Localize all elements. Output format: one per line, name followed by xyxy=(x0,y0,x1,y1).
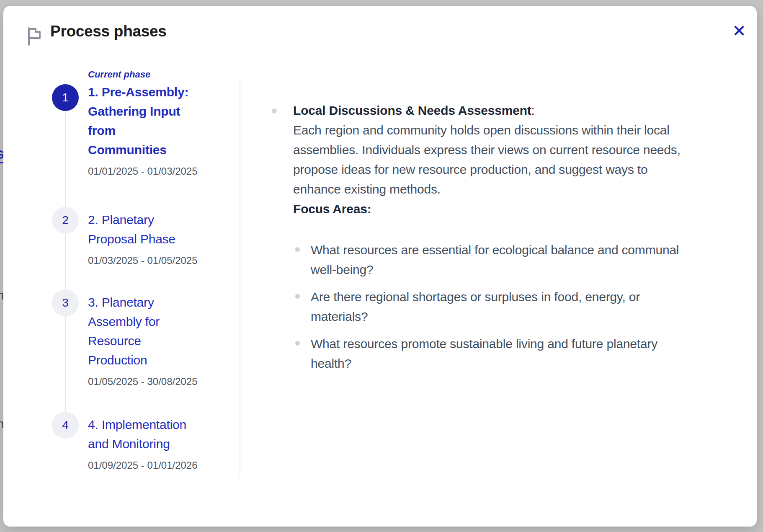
focus-areas-label: Focus Areas: xyxy=(293,199,746,219)
phase-3-title[interactable]: 3. Planetary Assembly for Resource Produ… xyxy=(88,293,198,370)
phase-4-title[interactable]: 4. Implementation and Monitoring xyxy=(88,415,198,454)
focus-item-text: What resources are essential for ecologi… xyxy=(311,240,679,279)
content-heading-colon: : xyxy=(531,103,535,117)
phase-3-dates: 01/05/2025 - 30/08/2025 xyxy=(88,376,198,387)
modal-title: Process phases xyxy=(50,23,167,40)
phase-item-1[interactable]: 1 Current phase 1. Pre-Assembly: Gatheri… xyxy=(52,69,198,177)
bullet-dot xyxy=(295,341,300,346)
phase-4-number-badge: 4 xyxy=(52,412,79,439)
phase-item-4[interactable]: 4 4. Implementation and Monitoring 01/09… xyxy=(52,412,198,471)
focus-list-item: What resources are essential for ecologi… xyxy=(293,240,746,279)
phase-details-panel: Local Discussions & Needs Assessment: Ea… xyxy=(271,101,746,381)
focus-item-text: Are there regional shortages or surpluse… xyxy=(311,287,640,326)
current-phase-label: Current phase xyxy=(88,69,198,80)
phase-2-number-badge: 2 xyxy=(52,207,79,234)
phase-1-title[interactable]: 1. Pre-Assembly: Gathering Input from Co… xyxy=(88,83,198,160)
bullet-dot xyxy=(272,108,277,114)
bullet-dot xyxy=(295,247,300,252)
focus-list-item: What resources promote sustainable livin… xyxy=(293,334,746,373)
page-background: G n n Process phases 1 Current phase 1. … xyxy=(0,0,763,532)
phase-1-dates: 01/01/2025 - 01/03/2025 xyxy=(88,165,198,177)
phase-item-2[interactable]: 2 2. Planetary Proposal Phase 01/03/2025… xyxy=(52,207,198,266)
flag-icon xyxy=(26,27,43,46)
process-phases-modal: Process phases 1 Current phase 1. Pre-As… xyxy=(3,6,757,527)
phase-stepper: 1 Current phase 1. Pre-Assembly: Gatheri… xyxy=(52,69,240,488)
phase-1-number-badge: 1 xyxy=(52,84,79,111)
phase-3-number-badge: 3 xyxy=(52,289,79,316)
phase-2-dates: 01/03/2025 - 01/05/2025 xyxy=(88,255,198,266)
phase-2-title[interactable]: 2. Planetary Proposal Phase xyxy=(88,210,198,249)
bullet-dot xyxy=(295,294,300,299)
focus-areas-list: What resources are essential for ecologi… xyxy=(293,240,746,373)
phase-item-3[interactable]: 3 3. Planetary Assembly for Resource Pro… xyxy=(52,289,198,387)
focus-item-text: What resources promote sustainable livin… xyxy=(311,334,657,373)
content-heading: Local Discussions & Needs Assessment xyxy=(293,103,531,117)
close-icon[interactable] xyxy=(730,22,748,39)
phase-4-dates: 01/09/2025 - 01/01/2026 xyxy=(88,460,198,471)
stepper-content-divider xyxy=(240,81,240,476)
content-paragraph: Each region and community holds open dis… xyxy=(293,120,746,199)
focus-list-item: Are there regional shortages or surpluse… xyxy=(293,287,746,326)
